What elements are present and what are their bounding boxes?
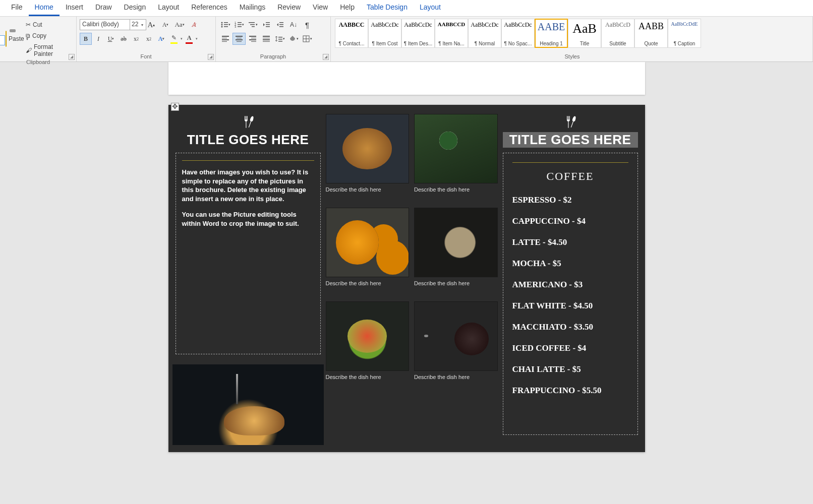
borders-button[interactable]: ▾: [301, 33, 314, 45]
style--caption[interactable]: AaBbCcDdE¶ Caption: [668, 19, 701, 48]
right-title[interactable]: TITLE GOES HERE: [503, 132, 638, 148]
shrink-font-button[interactable]: A▾: [159, 19, 171, 31]
align-right-button[interactable]: [246, 33, 259, 45]
dish-caption[interactable]: Describe the dish here: [326, 186, 410, 193]
align-center-button[interactable]: [233, 33, 246, 45]
numbering-button[interactable]: 123▾: [233, 19, 246, 31]
svg-rect-5: [224, 26, 228, 27]
line-spacing-button[interactable]: ▾: [273, 33, 286, 45]
menu-item[interactable]: LATTE - $4.50: [512, 237, 628, 247]
tab-file[interactable]: File: [5, 0, 29, 16]
increase-indent-button[interactable]: [273, 19, 286, 31]
right-textbox[interactable]: COFFEE ESPRESSO - $2CAPPUCCINO - $4LATTE…: [503, 153, 638, 435]
tab-view[interactable]: View: [307, 0, 334, 16]
strikethrough-button[interactable]: ab: [118, 33, 130, 45]
tab-help[interactable]: Help: [334, 0, 361, 16]
menu-item[interactable]: MOCHA - $5: [512, 259, 628, 269]
style--item-cost[interactable]: AaBbCcDc¶ Item Cost: [368, 19, 401, 48]
menu-item[interactable]: MACCHIATO - $3.50: [512, 322, 628, 332]
decrease-indent-button[interactable]: [260, 19, 273, 31]
tab-references[interactable]: References: [185, 0, 234, 16]
menu-item[interactable]: ICED COFFEE - $4: [512, 343, 628, 353]
bold-button[interactable]: B: [80, 33, 92, 45]
font-family-select[interactable]: Calibri (Body): [80, 19, 130, 30]
dish-image-3[interactable]: [326, 208, 410, 277]
text-effects-button[interactable]: A▾: [155, 33, 167, 45]
dish-image-5[interactable]: [326, 301, 410, 371]
document-area[interactable]: ✥ TITLE GOES HERE Have other images you …: [0, 62, 813, 504]
clear-formatting-button[interactable]: A̷: [188, 19, 200, 31]
tab-layout[interactable]: Layout: [152, 0, 185, 16]
dish-caption[interactable]: Describe the dish here: [326, 280, 410, 286]
paste-button[interactable]: Paste ▾: [3, 19, 23, 59]
paragraph-dialog-launcher[interactable]: ◢: [323, 54, 329, 60]
left-textbox[interactable]: Have other images you wish to use? It is…: [176, 153, 321, 354]
page[interactable]: ✥ TITLE GOES HERE Have other images you …: [168, 105, 645, 452]
tab-layout[interactable]: Layout: [414, 0, 447, 16]
dish-caption[interactable]: Describe the dish here: [414, 186, 498, 193]
dish-image-1[interactable]: [326, 114, 410, 183]
dish-image-2[interactable]: [414, 114, 498, 183]
menu-item[interactable]: FRAPPUCCINO - $5.50: [512, 386, 628, 396]
utensils-icon: [176, 115, 321, 129]
style-heading-1[interactable]: AABEHeading 1: [535, 19, 568, 48]
menu-item[interactable]: AMERICANO - $3: [512, 280, 628, 290]
font-size-select[interactable]: 22: [129, 19, 146, 30]
font-dialog-launcher[interactable]: ◢: [208, 54, 214, 60]
copy-button[interactable]: ⧉Copy: [23, 31, 73, 41]
multilevel-list-button[interactable]: ▾: [246, 19, 259, 31]
tab-table-design[interactable]: Table Design: [361, 0, 414, 16]
highlight-button[interactable]: ✎: [168, 33, 180, 45]
style--contact-[interactable]: AABBCC¶ Contact...: [335, 19, 368, 48]
style--item-na-[interactable]: AABBCCD¶ Item Na...: [435, 19, 468, 48]
styles-gallery[interactable]: AABBCC¶ Contact...AaBbCcDc¶ Item CostAaB…: [335, 19, 809, 48]
subscript-button[interactable]: x2: [130, 33, 142, 45]
change-case-button[interactable]: Aa▾: [173, 19, 186, 31]
body-para-2[interactable]: You can use the Picture editing tools wi…: [182, 210, 314, 228]
tab-review[interactable]: Review: [271, 0, 307, 16]
left-title[interactable]: TITLE GOES HERE: [176, 132, 321, 148]
sort-button[interactable]: A↓: [287, 19, 300, 31]
hero-image[interactable]: [172, 364, 324, 445]
previous-page-bottom: [168, 62, 645, 95]
dish-image-4[interactable]: [414, 208, 498, 277]
dish-caption[interactable]: Describe the dish here: [326, 374, 410, 380]
table-move-handle[interactable]: ✥: [171, 103, 179, 111]
clipboard-dialog-launcher[interactable]: ◢: [69, 54, 75, 60]
style--normal[interactable]: AaBbCcDc¶ Normal: [468, 19, 501, 48]
italic-button[interactable]: I: [92, 33, 104, 45]
tab-design[interactable]: Design: [118, 0, 152, 16]
superscript-button[interactable]: x2: [143, 33, 155, 45]
divider-line: [512, 162, 628, 163]
menu-item[interactable]: FLAT WHITE - $4.50: [512, 301, 628, 311]
tab-mailings[interactable]: Mailings: [234, 0, 271, 16]
menu-item[interactable]: CAPPUCCINO - $4: [512, 216, 628, 226]
tab-insert[interactable]: Insert: [60, 0, 89, 16]
dish-image-6[interactable]: [414, 301, 498, 371]
show-marks-button[interactable]: ¶: [301, 19, 314, 31]
format-painter-button[interactable]: 🖌Format Painter: [23, 42, 73, 59]
menu-item[interactable]: ESPRESSO - $2: [512, 195, 628, 205]
style--no-spac-[interactable]: AaBbCcDc¶ No Spac...: [501, 19, 535, 48]
dish-caption[interactable]: Describe the dish here: [414, 280, 498, 286]
style-quote[interactable]: AABBQuote: [634, 19, 668, 48]
font-color-button[interactable]: A: [183, 33, 195, 45]
shading-button[interactable]: ▾: [287, 33, 300, 45]
dish-caption[interactable]: Describe the dish here: [414, 374, 498, 380]
tab-home[interactable]: Home: [29, 0, 60, 16]
coffee-heading[interactable]: COFFEE: [512, 170, 628, 183]
style-subtitle[interactable]: AaBbCcDSubtitle: [601, 19, 634, 48]
body-para-1[interactable]: Have other images you wish to use? It is…: [182, 168, 314, 203]
grow-font-button[interactable]: A▴: [145, 19, 157, 31]
bullets-button[interactable]: ▾: [219, 19, 232, 31]
menu-item[interactable]: CHAI LATTE - $5: [512, 364, 628, 374]
style-title[interactable]: AaBTitle: [568, 19, 601, 48]
tab-draw[interactable]: Draw: [89, 0, 118, 16]
scissors-icon: ✂: [26, 21, 31, 28]
justify-button[interactable]: [260, 33, 273, 45]
style--item-des-[interactable]: AaBbCcDc¶ Item Des...: [401, 19, 435, 48]
align-left-button[interactable]: [219, 33, 232, 45]
underline-button[interactable]: U▾: [105, 33, 117, 45]
cut-button[interactable]: ✂Cut: [23, 20, 73, 30]
svg-rect-23: [278, 41, 282, 42]
